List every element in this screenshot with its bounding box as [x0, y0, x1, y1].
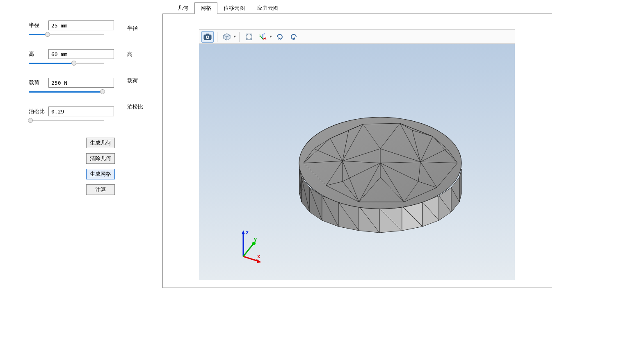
height-slider[interactable]	[29, 60, 104, 66]
svg-text:y: y	[259, 34, 261, 37]
chevron-down-icon[interactable]: ▼	[270, 35, 272, 39]
load-slider[interactable]	[29, 88, 104, 95]
rotate-ccw-icon	[290, 33, 298, 41]
poisson-label: 泊松比	[29, 108, 45, 115]
axes-icon: zxy	[259, 33, 267, 41]
svg-text:z: z	[246, 230, 249, 236]
tab-stress[interactable]: 应力云图	[251, 2, 285, 14]
tab-geometry[interactable]: 几何	[171, 2, 194, 14]
snapshot-button[interactable]	[201, 31, 214, 43]
svg-marker-84	[242, 230, 245, 234]
radius-slider[interactable]	[29, 31, 104, 38]
svg-point-90	[252, 242, 256, 245]
mesh-visualization	[281, 91, 478, 239]
poisson-slider[interactable]	[29, 117, 104, 124]
tab-mesh[interactable]: 网格	[194, 2, 217, 14]
svg-text:z: z	[263, 33, 265, 35]
generate-geometry-button[interactable]: 生成几何	[86, 138, 115, 148]
clear-geometry-button[interactable]: 清除几何	[86, 153, 115, 164]
viewer-frame: ▼ zxy ▼	[162, 14, 552, 288]
tab-displacement[interactable]: 位移云图	[217, 2, 251, 14]
svg-text:x: x	[257, 254, 260, 259]
calculate-button[interactable]: 计算	[86, 184, 115, 195]
rotate-cw-icon	[276, 33, 284, 41]
svg-text:y: y	[254, 236, 257, 242]
cube-icon	[223, 33, 231, 41]
axes-toggle-button[interactable]: zxy	[257, 31, 269, 43]
load-label: 载荷	[29, 79, 45, 86]
axis-gizmo: z x y	[233, 229, 266, 264]
svg-point-2	[207, 36, 208, 38]
svg-line-89	[243, 244, 253, 256]
svg-rect-3	[206, 34, 209, 35]
viewer-toolbar: ▼ zxy ▼	[199, 30, 515, 44]
side-label-height: 高	[127, 51, 143, 57]
side-label-load: 载荷	[127, 77, 143, 84]
side-label-poisson: 泊松比	[127, 103, 143, 110]
rotate-ccw-button[interactable]	[288, 31, 300, 43]
svg-line-86	[243, 256, 259, 261]
view-tabs: 几何 网格 位移云图 应力云图	[171, 2, 638, 14]
poisson-input[interactable]	[48, 107, 114, 116]
viewer-3d[interactable]: ▼ zxy ▼	[199, 29, 515, 280]
side-label-column: 半径 高 载荷 泊松比	[127, 25, 143, 110]
height-input[interactable]	[48, 49, 114, 59]
rotate-cw-button[interactable]	[274, 31, 286, 43]
fit-icon	[245, 33, 253, 41]
fit-view-button[interactable]	[243, 31, 255, 43]
generate-mesh-button[interactable]: 生成网格	[86, 169, 115, 179]
height-label: 高	[29, 50, 45, 58]
chevron-down-icon[interactable]: ▼	[234, 35, 236, 39]
radius-input[interactable]	[48, 20, 114, 30]
view-cube-button[interactable]	[221, 31, 233, 43]
radius-label: 半径	[29, 22, 45, 29]
svg-marker-87	[256, 259, 261, 263]
camera-icon	[203, 33, 212, 41]
load-input[interactable]	[48, 78, 114, 88]
side-label-radius: 半径	[127, 25, 143, 31]
svg-text:x: x	[265, 37, 267, 40]
